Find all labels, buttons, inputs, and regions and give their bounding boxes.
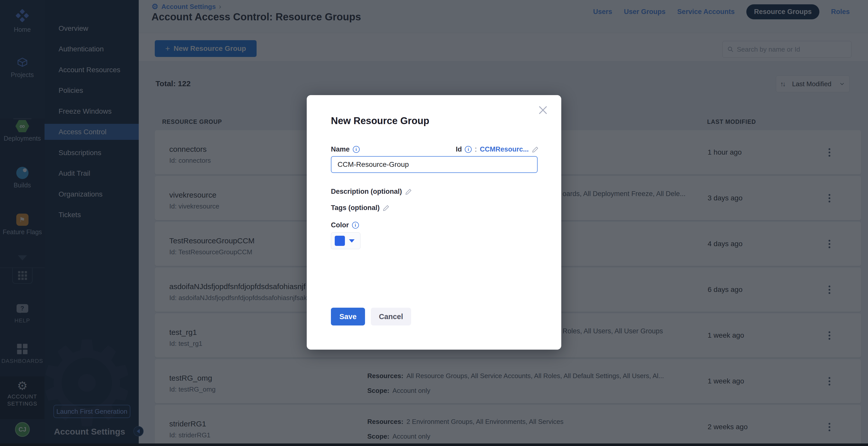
tags-label: Tags (optional) (331, 204, 379, 212)
name-input[interactable] (331, 156, 537, 173)
cancel-button[interactable]: Cancel (371, 308, 411, 325)
edit-id-pencil-icon[interactable] (532, 146, 539, 153)
save-button[interactable]: Save (331, 308, 365, 325)
info-icon[interactable]: i (465, 146, 472, 153)
color-picker-dropdown[interactable] (331, 232, 361, 249)
info-icon[interactable]: i (352, 222, 359, 229)
edit-description-pencil-icon[interactable] (405, 188, 412, 195)
tags-field-row[interactable]: Tags (optional) (331, 204, 390, 212)
id-field-row: Id i : CCMResourc... (456, 145, 539, 153)
info-icon[interactable]: i (353, 146, 360, 153)
name-label: Name (331, 145, 350, 153)
color-swatch (335, 236, 345, 246)
color-label: Color (331, 221, 349, 229)
description-field-row[interactable]: Description (optional) (331, 187, 412, 196)
id-separator: : (475, 145, 477, 153)
description-label: Description (optional) (331, 187, 402, 196)
name-field-label-row: Name i (331, 145, 360, 153)
new-resource-group-modal: New Resource Group Name i Id i : CCMReso… (307, 95, 561, 350)
id-label: Id (456, 145, 462, 153)
screen: ⚙ Account Settings › Account Access Cont… (0, 0, 868, 446)
color-field-label-row: Color i (331, 221, 359, 229)
edit-tags-pencil-icon[interactable] (382, 204, 390, 212)
close-icon[interactable] (537, 104, 549, 116)
id-value-link[interactable]: CCMResourc... (480, 145, 529, 153)
caret-down-icon (349, 239, 354, 243)
modal-title: New Resource Group (331, 115, 429, 126)
